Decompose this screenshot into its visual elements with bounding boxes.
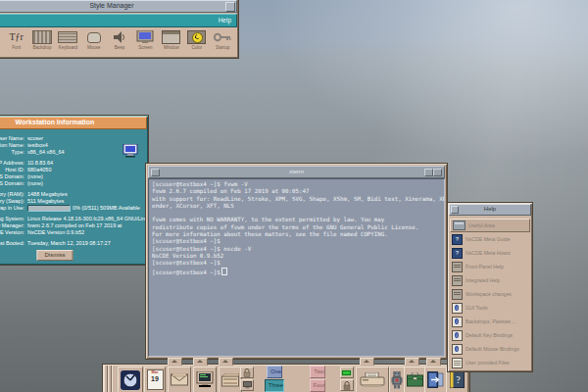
toolbox-icon [407,372,423,387]
window-menu-button[interactable] [151,169,160,176]
terminal-cursor [221,268,227,275]
exit-subpanel-tab[interactable] [426,358,441,366]
clock-button[interactable] [118,367,143,392]
window-menu-button[interactable] [451,206,459,214]
style-manager-titlebar[interactable]: Style Manager [0,0,237,13]
doc-icon [452,275,463,286]
help-item-workspace-changes[interactable]: Workspace changes [450,287,530,301]
style-manager-title: Style Manager [89,2,133,9]
workspace-column-2: Two Four [296,367,339,391]
mail-button[interactable] [168,367,191,392]
help-item-gui-tools[interactable]: iGUI Tools [450,301,530,315]
workspace-button-four[interactable]: Four [310,379,326,392]
field-nis-domain: (none) [27,173,146,180]
style-manager-window: Style Manager Help Tƒr Font Backdrop Key… [0,0,239,59]
info-doc-icon: i [452,303,463,314]
app-robot-button[interactable] [389,367,405,392]
files-subpanel-tab[interactable] [219,358,233,366]
viewer-icon [453,220,466,230]
beep-icon [109,30,129,44]
padlock-button[interactable] [240,367,254,378]
doc-icon [452,289,463,300]
field-user-name: scuser [27,135,146,142]
help-menu-window: Help Useful Area ?NsCDE Meta Guide ?NsCD… [447,202,533,372]
maximize-button[interactable] [225,2,235,12]
exit-button[interactable] [424,367,447,392]
help-item-default-mouse-bindings[interactable]: iDefault Mouse Bindings [450,342,530,356]
info-doc-icon: i [452,317,463,327]
style-beep-button[interactable]: Beep [108,30,130,50]
help-item-meta-guide[interactable]: ?NsCDE Meta Guide [450,232,530,246]
color-icon [186,30,207,44]
style-keyboard-button[interactable]: Keyboard [57,30,79,50]
backdrop-icon [31,30,52,44]
workspace-button-one[interactable]: One [267,366,282,378]
terminal-titlebar[interactable]: xterm [148,166,445,178]
help-item-backdrops-palettes[interactable]: iBackdrops, Palettes ... [450,315,530,328]
help-item-meta-howto[interactable]: ?NsCDE Meta Howto [450,246,530,260]
display-subpanel-tab[interactable] [193,358,208,366]
workstation-info-titlebar[interactable]: Workstation Information [0,117,147,129]
file-cabinet-icon [221,373,239,387]
help-menu-titlebar[interactable]: Help [449,204,531,216]
field-last-booted: Tuesday, March 12, 2019 08:17:27 [27,240,146,247]
display-button[interactable] [193,367,217,392]
field-swap-in-use: 0% (0/511) 509MB Available [73,205,146,212]
svg-text:?: ? [456,374,461,385]
panel-grip[interactable] [104,366,113,392]
style-backdrop-button[interactable]: Backdrop [30,30,53,50]
style-window-button[interactable]: Window [160,30,182,50]
field-swap: 511 Megabytes [27,198,146,205]
help-item-useful-area[interactable]: Useful Area [450,219,530,232]
style-color-button[interactable]: Color [185,30,208,50]
toolbox-button[interactable] [404,367,425,392]
minimize-button[interactable] [424,169,433,176]
file-icon [452,358,463,368]
printer-subpanel-tab[interactable] [360,358,374,366]
help-item-integrated-help[interactable]: Integrated Help [450,273,530,287]
terminal-content[interactable]: [scuser@testbox4 ~]$ fvwm -V fvwm 2.6.7 … [148,178,445,357]
startup-icon [213,30,233,44]
font-icon: Tƒr [6,30,26,44]
help-item-default-key-bindings[interactable]: iDefault Key Bindings [450,328,530,342]
printer-button[interactable] [356,367,389,392]
lock-display-button[interactable] [340,379,354,391]
calendar-button[interactable]: Mar 19 [144,367,166,392]
help-book-icon: ? [450,371,465,388]
lock-icon [343,381,351,390]
padlock-icon [243,368,251,377]
mail-subpanel-tab[interactable] [168,358,182,366]
screen-lock-icon [243,381,252,389]
info-doc-icon: i [452,344,463,355]
screen-icon [135,30,156,44]
style-startup-button[interactable]: Startup [212,30,234,50]
tools-subpanel-tab[interactable] [405,358,419,366]
help-item-front-panel-help[interactable]: Front Panel Help [450,260,530,273]
maximize-button[interactable] [433,169,442,176]
style-screen-button[interactable]: Screen [134,30,157,50]
terminal-window: xterm [scuser@testbox4 ~]$ fvwm -V fvwm … [145,163,448,360]
field-nscde-version: NsCDE Version 0.9.b52 [27,229,146,236]
help-menu-title: Help [484,206,496,212]
workstation-info-body: User Name:scuser Station Name:testbox4 T… [0,130,148,249]
screen-lock-button[interactable] [240,379,254,391]
style-mouse-button[interactable]: Mouse [82,30,105,50]
info-doc-icon: i [452,330,463,341]
help-item-user-provided-files[interactable]: User provided Files [450,356,530,369]
dismiss-button[interactable]: Dismiss [37,250,74,261]
workspace-button-three[interactable]: Three [265,379,284,392]
field-dns-domain: (none) [27,180,146,187]
doc-icon [452,262,463,272]
robot-icon [391,371,403,389]
exit-door-icon [427,371,444,388]
workstation-icon [122,144,138,158]
menu-help[interactable]: Help [219,16,231,25]
workspace-button-two[interactable]: Two [310,366,325,378]
field-host-id: 680a4050 [27,167,146,173]
mouse-icon [83,30,104,44]
busy-light-button[interactable] [340,367,354,378]
display-icon [196,371,214,388]
style-font-button[interactable]: Tƒr Font [5,30,27,50]
desktop: Style Manager Help Tƒr Font Backdrop Key… [0,0,588,392]
file-cabinet-button[interactable] [219,367,242,392]
